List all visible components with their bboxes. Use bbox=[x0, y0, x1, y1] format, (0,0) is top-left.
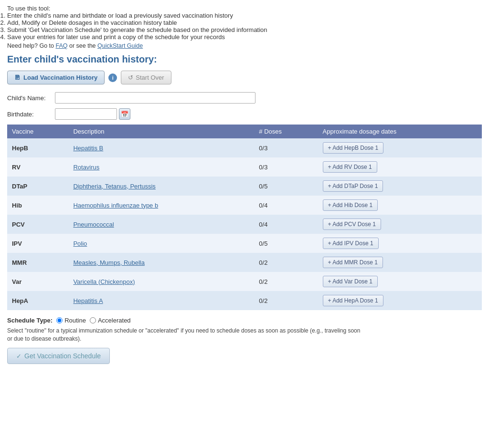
dosage-dates-cell: + Add DTaP Dose 1 bbox=[318, 177, 482, 196]
vaccine-abbreviation: IPV bbox=[7, 234, 68, 253]
schedule-type-section: Schedule Type: Routine Accelerated Selec… bbox=[7, 317, 482, 343]
step-2: Add, Modify or Delete dosages in the vac… bbox=[7, 19, 482, 26]
vaccine-description-link[interactable]: Measles, Mumps, Rubella bbox=[73, 259, 145, 266]
vaccine-description-link[interactable]: Rotavirus bbox=[73, 164, 99, 171]
add-dose-button[interactable]: + Add DTaP Dose 1 bbox=[323, 180, 383, 192]
doses-count: 0/5 bbox=[254, 234, 318, 253]
add-dose-button[interactable]: + Add RV Dose 1 bbox=[323, 161, 377, 173]
get-schedule-label: Get Vaccination Schedule bbox=[24, 352, 101, 360]
schedule-description: Select "routine" for a typical immunizat… bbox=[7, 327, 365, 343]
add-dose-button[interactable]: + Add Var Dose 1 bbox=[323, 276, 378, 287]
doses-count: 0/2 bbox=[254, 272, 318, 291]
quickstart-link[interactable]: QuickStart Guide bbox=[97, 42, 143, 49]
table-row: RV Rotavirus 0/3 + Add RV Dose 1 bbox=[7, 157, 482, 177]
steps-list: Enter the child's name and birthdate or … bbox=[7, 12, 482, 41]
birthdate-label: Birthdate: bbox=[7, 111, 55, 118]
vaccine-description-cell: Hepatitis B bbox=[68, 138, 254, 157]
dosage-dates-cell: + Add IPV Dose 1 bbox=[318, 234, 482, 253]
vaccine-abbreviation: Hib bbox=[7, 196, 68, 215]
vaccine-abbreviation: HepA bbox=[7, 291, 68, 310]
check-icon bbox=[16, 352, 21, 360]
instructions-section: To use this tool: Enter the child's name… bbox=[7, 5, 482, 49]
add-dose-button[interactable]: + Add IPV Dose 1 bbox=[323, 238, 379, 249]
routine-option[interactable]: Routine bbox=[56, 317, 86, 324]
vaccine-abbreviation: RV bbox=[7, 157, 68, 177]
birthdate-input[interactable] bbox=[55, 108, 117, 120]
action-buttons: Load Vaccination History i Start Over bbox=[7, 71, 482, 84]
vaccine-description-cell: Rotavirus bbox=[68, 157, 254, 177]
load-icon bbox=[14, 74, 21, 81]
child-name-input[interactable] bbox=[55, 92, 255, 104]
get-vaccination-schedule-button[interactable]: Get Vaccination Schedule bbox=[7, 348, 110, 364]
table-row: Hib Haemophilus influenzae type b 0/4 + … bbox=[7, 196, 482, 215]
table-row: HepB Hepatitis B 0/3 + Add HepB Dose 1 bbox=[7, 138, 482, 157]
info-icon[interactable]: i bbox=[108, 73, 117, 82]
vaccine-description-cell: Hepatitis A bbox=[68, 291, 254, 310]
dosage-dates-cell: + Add MMR Dose 1 bbox=[318, 253, 482, 272]
vaccine-abbreviation: DTaP bbox=[7, 177, 68, 196]
load-vaccination-history-button[interactable]: Load Vaccination History bbox=[7, 71, 105, 84]
doses-count: 0/4 bbox=[254, 196, 318, 215]
calendar-button[interactable]: 📅 bbox=[119, 108, 130, 120]
faq-link[interactable]: FAQ bbox=[55, 42, 67, 49]
table-header-row: Vaccine Description # Doses Approximate … bbox=[7, 125, 482, 138]
table-row: Var Varicella (Chickenpox) 0/2 + Add Var… bbox=[7, 272, 482, 291]
table-row: PCV Pneumococcal 0/4 + Add PCV Dose 1 bbox=[7, 215, 482, 234]
vaccine-description-cell: Pneumococcal bbox=[68, 215, 254, 234]
table-row: DTaP Diphtheria, Tetanus, Pertussis 0/5 … bbox=[7, 177, 482, 196]
start-over-button[interactable]: Start Over bbox=[121, 71, 171, 84]
vaccine-abbreviation: HepB bbox=[7, 138, 68, 157]
vaccine-table: Vaccine Description # Doses Approximate … bbox=[7, 125, 482, 310]
vaccine-description-link[interactable]: Haemophilus influenzae type b bbox=[73, 202, 158, 209]
dosage-dates-cell: + Add PCV Dose 1 bbox=[318, 215, 482, 234]
accelerated-radio[interactable] bbox=[90, 317, 96, 323]
add-dose-button[interactable]: + Add HepB Dose 1 bbox=[323, 142, 384, 154]
doses-count: 0/4 bbox=[254, 215, 318, 234]
doses-count: 0/3 bbox=[254, 157, 318, 177]
add-dose-button[interactable]: + Add HepA Dose 1 bbox=[323, 295, 383, 306]
vaccine-description-link[interactable]: Polio bbox=[73, 240, 87, 247]
calendar-icon: 📅 bbox=[121, 111, 128, 118]
dosage-dates-cell: + Add RV Dose 1 bbox=[318, 157, 482, 177]
vaccine-description-link[interactable]: Hepatitis B bbox=[73, 145, 103, 152]
start-over-icon bbox=[128, 74, 133, 81]
doses-count: 0/3 bbox=[254, 138, 318, 157]
vaccine-description-cell: Measles, Mumps, Rubella bbox=[68, 253, 254, 272]
schedule-type-label: Schedule Type: bbox=[7, 317, 53, 324]
vaccine-description-link[interactable]: Varicella (Chickenpox) bbox=[73, 278, 135, 285]
accelerated-label: Accelerated bbox=[98, 317, 131, 324]
routine-radio[interactable] bbox=[56, 317, 63, 323]
routine-label: Routine bbox=[64, 317, 86, 324]
vaccine-description-cell: Varicella (Chickenpox) bbox=[68, 272, 254, 291]
step-4: Save your entries for later use and prin… bbox=[7, 33, 482, 41]
dosage-dates-cell: + Add HepA Dose 1 bbox=[318, 291, 482, 310]
vaccine-description-link[interactable]: Hepatitis A bbox=[73, 297, 103, 304]
name-label: Child's Name: bbox=[7, 94, 55, 102]
vaccine-abbreviation: PCV bbox=[7, 215, 68, 234]
table-row: IPV Polio 0/5 + Add IPV Dose 1 bbox=[7, 234, 482, 253]
intro-text: To use this tool: bbox=[7, 5, 482, 12]
page-title: Enter child's vaccination history: bbox=[7, 54, 482, 65]
col-description: Description bbox=[68, 125, 254, 138]
vaccine-description-link[interactable]: Pneumococcal bbox=[73, 221, 114, 228]
col-doses: # Doses bbox=[254, 125, 318, 138]
help-line: Need help? Go to FAQ or see the QuickSta… bbox=[7, 42, 482, 49]
accelerated-option[interactable]: Accelerated bbox=[90, 317, 131, 324]
dosage-dates-cell: + Add Var Dose 1 bbox=[318, 272, 482, 291]
vaccine-description-cell: Diphtheria, Tetanus, Pertussis bbox=[68, 177, 254, 196]
child-name-row: Child's Name: bbox=[7, 92, 482, 104]
vaccine-description-link[interactable]: Diphtheria, Tetanus, Pertussis bbox=[73, 183, 155, 190]
col-dates: Approximate dosage dates bbox=[318, 125, 482, 138]
birthdate-row: Birthdate: 📅 bbox=[7, 108, 482, 120]
doses-count: 0/2 bbox=[254, 291, 318, 310]
vaccine-description-cell: Polio bbox=[68, 234, 254, 253]
step-1: Enter the child's name and birthdate or … bbox=[7, 12, 482, 19]
dosage-dates-cell: + Add Hib Dose 1 bbox=[318, 196, 482, 215]
add-dose-button[interactable]: + Add Hib Dose 1 bbox=[323, 199, 378, 211]
add-dose-button[interactable]: + Add PCV Dose 1 bbox=[323, 219, 381, 230]
table-row: HepA Hepatitis A 0/2 + Add HepA Dose 1 bbox=[7, 291, 482, 310]
schedule-type-row: Schedule Type: Routine Accelerated bbox=[7, 317, 482, 324]
add-dose-button[interactable]: + Add MMR Dose 1 bbox=[323, 257, 383, 268]
table-row: MMR Measles, Mumps, Rubella 0/2 + Add MM… bbox=[7, 253, 482, 272]
doses-count: 0/2 bbox=[254, 253, 318, 272]
